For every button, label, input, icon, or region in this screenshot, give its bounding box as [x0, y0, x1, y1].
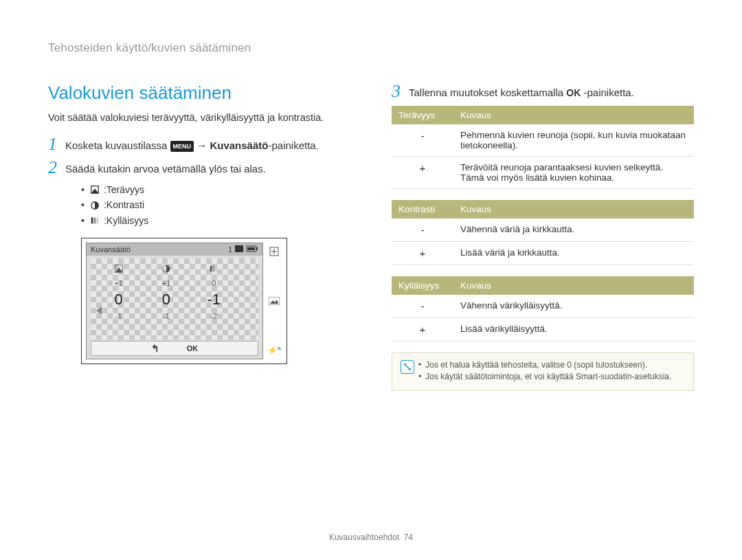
step-3-text: Tallenna muutokset koskettamalla OK -pai…	[409, 82, 634, 100]
svg-rect-4	[97, 218, 99, 224]
th-desc-3: Kuvaus	[453, 276, 694, 295]
step-2-number: 2	[48, 159, 57, 177]
sublist-contrast: • : Kontrasti	[81, 197, 350, 212]
ok-label-icon: OK	[566, 87, 581, 100]
grid-contrast-icon	[161, 264, 171, 275]
picture-icon	[269, 297, 280, 307]
lcd-header-num: 1	[228, 245, 232, 254]
sharpness-table: Terävyys Kuvaus - Pehmennä kuvien reunoj…	[392, 106, 694, 189]
table-row: - Vähennä väriä ja kirkkautta.	[392, 219, 694, 242]
table-row: + Lisää väriä ja kirkkautta.	[392, 242, 694, 265]
left-column: Valokuvien säätäminen Voit säätää valoku…	[48, 82, 350, 391]
flash-auto-icon: ⚡ᴿ	[267, 346, 281, 355]
sublist-saturation: • : Kylläisyys	[81, 213, 350, 228]
note-icon	[401, 360, 414, 374]
note-item: •Jos käytät säätötoimintoja, et voi käyt…	[418, 372, 671, 381]
battery-icon	[246, 245, 258, 254]
step-1-number: 1	[48, 135, 57, 153]
svg-rect-13	[216, 266, 218, 272]
lcd-ok-button[interactable]: OK	[187, 344, 199, 352]
svg-rect-8	[247, 247, 255, 250]
svg-rect-7	[256, 247, 258, 250]
note-box: •Jos et halua käyttää tehosteita, valits…	[392, 352, 694, 391]
svg-rect-3	[94, 218, 96, 224]
th-desc-1: Kuvaus	[453, 106, 694, 124]
svg-rect-2	[91, 218, 93, 224]
saturation-table: Kylläisyys Kuvaus - Vähennä värikylläisy…	[392, 276, 694, 341]
right-column: 3 Tallenna muutokset koskettamalla OK -p…	[392, 82, 694, 391]
grid-saturation-icon	[209, 264, 218, 275]
contrast-icon	[90, 201, 100, 210]
svg-rect-12	[213, 266, 215, 272]
adjust-sublist: • : Terävyys • : Kontrasti • : Kylläisyy…	[81, 182, 350, 228]
step-1: 1 Kosketa kuvaustilassa MENU → Kuvansäät…	[48, 135, 350, 153]
table-row: - Vähennä värikylläisyyttä.	[392, 295, 694, 318]
svg-rect-17	[269, 297, 280, 305]
saturation-icon	[90, 216, 100, 225]
menu-chip-icon: MENU	[170, 141, 194, 153]
grid-sharpness-icon	[114, 264, 124, 275]
step-2: 2 Säädä kutakin arvoa vetämällä ylös tai…	[48, 159, 350, 177]
svg-rect-11	[210, 266, 212, 272]
page-title: Valokuvien säätäminen	[48, 82, 350, 104]
step-1-text: Kosketa kuvaustilassa MENU → Kuvansäätö-…	[65, 135, 319, 153]
table-row: - Pehmennä kuvien reunoja (sopii, kun ku…	[392, 124, 694, 157]
table-row: + Lisää värikylläisyyttä.	[392, 318, 694, 341]
step-3: 3 Tallenna muutokset koskettamalla OK -p…	[392, 82, 694, 100]
svg-rect-5	[235, 245, 243, 252]
th-sharpness: Terävyys	[392, 106, 453, 124]
lcd-title: Kuvansäätö	[91, 245, 131, 254]
breadcrumb: Tehosteiden käyttö/kuvien säätäminen	[48, 41, 694, 55]
step-3-number: 3	[392, 82, 401, 100]
device-side-icons: ⚡ᴿ	[263, 243, 282, 359]
th-saturation: Kylläisyys	[392, 276, 453, 295]
contrast-table: Kontrasti Kuvaus - Vähennä väriä ja kirk…	[392, 200, 694, 265]
page-footer: Kuvausvaihtoehdot 74	[0, 533, 742, 542]
device-screenshot: Kuvansäätö 1	[81, 238, 287, 364]
exposure-plus-icon	[269, 247, 279, 258]
th-contrast: Kontrasti	[392, 200, 453, 219]
memory-icon	[235, 245, 243, 254]
adjust-grid: +1 +1 0 0 0 -1 -1 -1 -2	[95, 262, 238, 335]
table-row: + Terävöitä reunoja parantaaksesi kuvien…	[392, 157, 694, 189]
lcd-back-button[interactable]: ↰	[151, 343, 159, 354]
intro-text: Voit säätää valokuviesi terävyyttä, väri…	[48, 112, 350, 123]
note-item: •Jos et halua käyttää tehosteita, valits…	[418, 360, 671, 370]
step-2-text: Säädä kutakin arvoa vetämällä ylös tai a…	[65, 159, 266, 176]
th-desc-2: Kuvaus	[453, 200, 694, 219]
sublist-sharpness: • : Terävyys	[81, 182, 350, 197]
sharpness-icon	[90, 185, 100, 194]
